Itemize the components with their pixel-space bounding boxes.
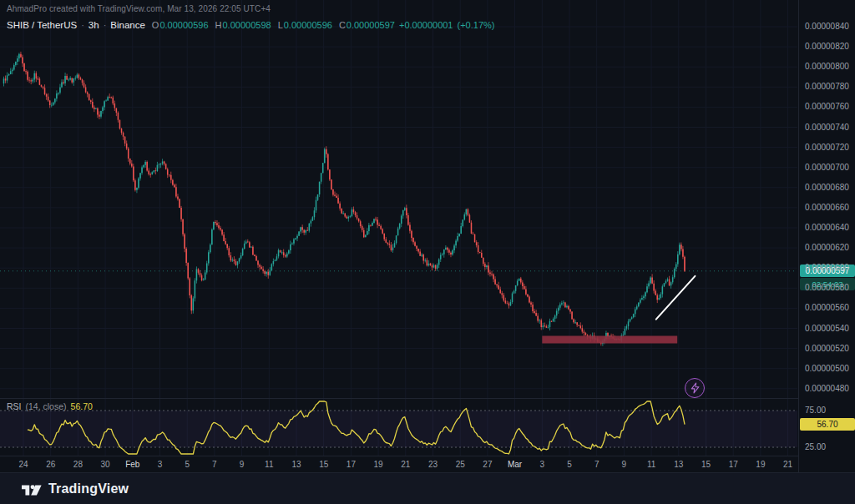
price-tick-label: 0.00000580 xyxy=(805,283,849,292)
tradingview-logo[interactable]: TradingView xyxy=(22,481,129,496)
rsi-tick-label: 75.00 xyxy=(805,406,826,415)
price-tick-label: 0.00000560 xyxy=(805,303,849,312)
ohlc-high: H 0.00000598 xyxy=(215,20,271,30)
time-tick-label: 17 xyxy=(347,460,356,469)
price-tick-label: 0.00000820 xyxy=(805,42,849,51)
time-tick-label: 13 xyxy=(291,460,301,469)
time-tick-label: 26 xyxy=(46,460,55,469)
price-tick-label: 0.00000700 xyxy=(805,163,849,172)
time-tick-label: 5 xyxy=(185,460,190,469)
time-tick-label: 17 xyxy=(729,460,738,469)
time-tick-label: 7 xyxy=(594,460,600,469)
legend-separator: · xyxy=(104,20,107,30)
time-tick-label: 15 xyxy=(319,460,328,469)
price-tick-label: 0.00000480 xyxy=(805,384,849,393)
exchange-label: Binance xyxy=(110,20,145,30)
time-tick-label: 30 xyxy=(101,460,110,469)
rsi-legend[interactable]: RSI (14, close) 56.70 xyxy=(7,401,93,411)
time-tick-label: 28 xyxy=(73,460,83,469)
price-tick-label: 0.00000640 xyxy=(805,223,849,232)
price-tick-label: 0.00000540 xyxy=(805,324,849,333)
chart-canvas[interactable] xyxy=(0,0,855,504)
time-tick-label: 19 xyxy=(374,460,383,469)
time-tick-label: 25 xyxy=(456,460,465,469)
symbol-title[interactable]: SHIB / TetherUS xyxy=(7,20,77,30)
time-tick-label: Mar xyxy=(508,460,522,469)
price-tick-label: 0.00000500 xyxy=(805,364,849,373)
time-tick-label: 9 xyxy=(240,460,245,469)
rsi-tick-label: 25.00 xyxy=(805,442,826,451)
price-tick-label: 0.00000620 xyxy=(805,243,849,252)
time-tick-label: 24 xyxy=(18,460,28,469)
footer-bar: TradingView xyxy=(0,472,855,504)
time-tick-label: 3 xyxy=(158,460,163,469)
time-tick-label: 11 xyxy=(647,460,655,469)
time-tick-label: 15 xyxy=(701,460,711,469)
price-tick-label: 0.00000800 xyxy=(805,62,849,71)
tradingview-logo-text: TradingView xyxy=(48,481,129,496)
price-tick-label: 0.00000680 xyxy=(805,183,849,192)
price-tick-label: 0.00000520 xyxy=(805,344,849,353)
price-tick-label: 0.00000840 xyxy=(805,22,849,31)
ohlc-open: O 0.00000596 xyxy=(152,20,209,30)
rsi-params: (14, close) xyxy=(26,401,67,411)
time-tick-label: 13 xyxy=(674,460,683,469)
price-tick-label: 0.00000740 xyxy=(805,123,849,132)
time-tick-label: 3 xyxy=(540,460,545,469)
ohlc-low: L 0.00000596 xyxy=(278,20,332,30)
time-tick-label: Feb xyxy=(125,460,139,469)
time-tick-label: 21 xyxy=(401,460,410,469)
lightning-icon xyxy=(691,382,700,394)
interval-label[interactable]: 3h xyxy=(89,20,99,30)
rsi-current-value: 56.70 xyxy=(71,401,93,411)
price-tick-label: 0.00000720 xyxy=(805,143,849,152)
legend-separator: · xyxy=(81,20,84,30)
price-tick-label: 0.00000760 xyxy=(805,102,849,111)
time-tick-label: 11 xyxy=(265,460,273,469)
rsi-name: RSI xyxy=(7,401,22,411)
time-axis[interactable]: 24262830Feb3579111315171921232527Mar3579… xyxy=(0,456,798,472)
price-change: +0.00000001 xyxy=(399,20,453,30)
time-tick-label: 23 xyxy=(428,460,438,469)
price-tick-label: 0.00000600 xyxy=(805,263,849,272)
time-tick-label: 7 xyxy=(212,460,217,469)
symbol-legend[interactable]: SHIB / TetherUS · 3h · Binance O 0.00000… xyxy=(7,20,494,30)
price-axis[interactable]: 0.00000597 02:54:03 56.70 0.000008400.00… xyxy=(798,0,855,472)
rsi-value-badge: 56.70 xyxy=(800,418,855,431)
time-tick-label: 9 xyxy=(622,460,627,469)
quick-trade-button[interactable] xyxy=(685,378,705,398)
price-tick-label: 0.00000780 xyxy=(805,82,849,91)
ohlc-close: C 0.00000597 xyxy=(339,20,395,30)
price-tick-label: 0.00000660 xyxy=(805,203,849,212)
price-change-percent: (+0.17%) xyxy=(458,20,495,30)
time-tick-label: 19 xyxy=(756,460,765,469)
chart-stage: AhmadPro created with TradingView.com, M… xyxy=(0,0,855,504)
attribution-text: AhmadPro created with TradingView.com, M… xyxy=(7,4,271,13)
tradingview-logo-icon xyxy=(22,481,42,496)
time-tick-label: 27 xyxy=(483,460,492,469)
time-tick-label: 5 xyxy=(567,460,572,469)
time-tick-label: 21 xyxy=(783,460,792,469)
